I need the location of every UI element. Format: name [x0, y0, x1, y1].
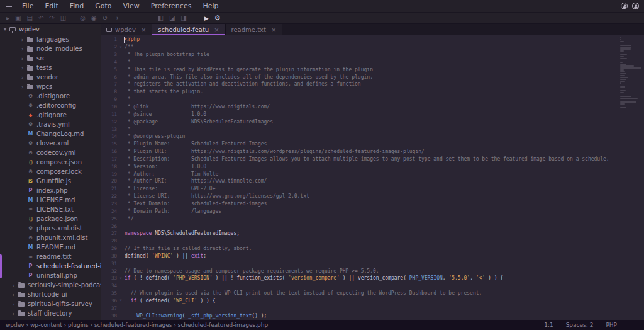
code-line[interactable]: 11 * @since 1.0.0 — [101, 110, 644, 118]
tree-item-shortcode-ui[interactable]: ›shortcode-ui — [0, 290, 101, 299]
code-line[interactable]: 15 * Plugin Name: Scheduled Featured Ima… — [101, 140, 644, 148]
close-icon[interactable]: × — [141, 26, 146, 33]
tree-item-tests[interactable]: ›tests — [0, 63, 101, 72]
code-line[interactable]: 18 * Version: 1.0.0 — [101, 162, 644, 170]
code-line[interactable]: 5 * This file is read by WordPress to ge… — [101, 65, 644, 73]
save-all-icon[interactable]: ▤ — [26, 13, 32, 24]
tree-item-uninstall-php[interactable]: Puninstall.php — [0, 271, 101, 280]
menu-view[interactable]: View — [118, 0, 145, 13]
code-line[interactable]: 7 * registers the activation and deactiv… — [101, 81, 644, 88]
code-line[interactable]: 6 * admin area. This file also includes … — [101, 73, 644, 81]
code-line[interactable]: 19 * Author: Tim Nolte — [101, 170, 644, 178]
tree-item-src[interactable]: ›src — [0, 54, 101, 63]
tree-item-languages[interactable]: ›languages — [0, 35, 101, 44]
code-line[interactable]: 36▾ if ( defined( 'WP_CLI' ) ) { — [101, 297, 644, 305]
code-line[interactable]: 10 * @link https://www.ndigitals.com/ — [101, 103, 644, 111]
code-line[interactable]: 29// If this file is called directly, ab… — [101, 245, 644, 253]
tree-item-license-txt[interactable]: ≡LICENSE.txt — [0, 205, 101, 214]
tree-item-editorconfig[interactable]: ⚙.editorconfig — [0, 101, 101, 110]
undo-icon[interactable]: ↶ — [38, 13, 43, 24]
tree-item-gruntfile-js[interactable]: JSGruntfile.js — [0, 176, 101, 186]
tab-readme-txt[interactable]: readme.txt× — [226, 24, 283, 35]
code-line[interactable]: 16 * Plugin URI: https://www.ndigitals.c… — [101, 148, 644, 156]
tree-item-composer-lock[interactable]: ⚙composer.lock — [0, 167, 101, 176]
toggle-left-pane-icon[interactable]: ◧ — [157, 13, 163, 24]
tree-item-index-php[interactable]: Pindex.php — [0, 186, 101, 195]
cursor-position[interactable]: 1:1 — [544, 322, 553, 328]
code-line[interactable]: 32// Due to namespace usage and composer… — [101, 267, 644, 275]
find-icon[interactable]: ◎ — [80, 13, 86, 24]
redo-icon[interactable]: ↷ — [49, 13, 54, 24]
code-line[interactable]: 8 * that starts the plugin. — [101, 88, 644, 96]
tree-item-readme-md[interactable]: MREADME.md — [0, 242, 101, 252]
tab-scheduled-featu[interactable]: scheduled-featu× — [152, 24, 225, 35]
close-icon[interactable]: × — [271, 26, 276, 33]
tree-item-gitignore[interactable]: ◆.gitignore — [0, 110, 101, 120]
code-line[interactable]: 30defined( 'WPINC' ) || exit; — [101, 252, 644, 259]
code-line[interactable]: 13 * — [101, 125, 644, 133]
tree-item-seriously-simple-podcast[interactable]: ›seriously-simple-podcast — [0, 280, 101, 290]
app-menu-icon[interactable] — [6, 4, 12, 8]
project-root[interactable]: ▾ wpdev — [0, 24, 101, 35]
minimap[interactable] — [620, 37, 643, 109]
menu-edit[interactable]: Edit — [39, 0, 64, 13]
menu-find[interactable]: Find — [64, 0, 90, 13]
code-area[interactable]: 1<?php2▾/**3 * The plugin bootstrap file… — [101, 35, 644, 320]
preview-icon[interactable]: ◫ — [60, 13, 66, 24]
toggle-right-pane-icon[interactable]: ◨ — [180, 13, 186, 24]
close-icon[interactable]: × — [214, 26, 219, 33]
indentation-mode[interactable]: Spaces: 2 — [566, 322, 594, 328]
find-in-files-icon[interactable]: ◉ — [91, 13, 97, 24]
account-icon[interactable] — [621, 3, 628, 9]
run-icon[interactable]: ▶ — [204, 13, 209, 24]
code-line[interactable]: 25 */ — [101, 215, 644, 222]
tree-item-spiritual-gifts-survey[interactable]: ›spiritual-gifts-survey — [0, 299, 101, 309]
tree-item-phpcs-xml-dist[interactable]: ⚙phpcs.xml.dist — [0, 224, 101, 233]
tree-item-composer-json[interactable]: {}composer.json — [0, 157, 101, 167]
code-editor[interactable]: 1<?php2▾/**3 * The plugin bootstrap file… — [101, 35, 644, 320]
code-line[interactable]: 34 — [101, 282, 644, 290]
tree-item-license-md[interactable]: MLICENSE.md — [0, 195, 101, 205]
code-line[interactable]: 12 * @package NDS\ScheduledFeaturedImage… — [101, 118, 644, 125]
code-line[interactable]: 2▾/** — [101, 43, 644, 51]
code-line[interactable]: 26 — [101, 222, 644, 230]
tree-item-scheduled-featured-images-php[interactable]: Pscheduled-featured-images.php — [0, 261, 101, 271]
code-line[interactable]: 33▾if ( ! defined( 'PHP_VERSION' ) || ! … — [101, 275, 644, 282]
tree-item-changelog-md[interactable]: MChangeLog.md — [0, 129, 101, 139]
tree-item-readme-txt[interactable]: ≡readme.txt — [0, 252, 101, 261]
code-line[interactable]: 35 // When plugin is used via the WP-CLI… — [101, 290, 644, 297]
language-mode[interactable]: PHP — [606, 322, 617, 328]
code-line[interactable]: 31 — [101, 259, 644, 267]
menu-preferences[interactable]: Preferences — [145, 0, 197, 13]
code-line[interactable]: 27namespace NDS\ScheduledFeaturedImages; — [101, 230, 644, 237]
tree-item-travis-yml[interactable]: ⚙.travis.yml — [0, 120, 101, 129]
code-line[interactable]: 1<?php — [101, 36, 644, 43]
code-line[interactable]: 3 * The plugin bootstrap file — [101, 51, 644, 59]
code-line[interactable]: 38 WP_CLI::warning( _sfi_php_version_tex… — [101, 312, 644, 319]
go-to-icon[interactable]: → — [113, 13, 118, 24]
open-folder-icon[interactable]: ▸ — [6, 13, 9, 24]
menu-help[interactable]: Help — [197, 0, 224, 13]
tab-wpdev[interactable]: wpdev× — [101, 24, 152, 35]
menu-goto[interactable]: Goto — [89, 0, 117, 13]
tree-item-phpunit-xml-dist[interactable]: ⚙phpunit.xml.dist — [0, 233, 101, 242]
tree-item-codecov-yml[interactable]: ⚙codecov.yml — [0, 148, 101, 157]
save-icon[interactable]: ▣ — [15, 13, 21, 24]
code-line[interactable]: 21 * License: GPL-2.0+ — [101, 185, 644, 193]
tree-item-clover-xml[interactable]: ⚙clover.xml — [0, 139, 101, 148]
replace-icon[interactable]: ↺ — [103, 13, 108, 24]
tree-item-vendor[interactable]: ›vendor — [0, 72, 101, 82]
tree-item-node-modules[interactable]: ›node_modules — [0, 44, 101, 54]
code-line[interactable]: 9 * — [101, 96, 644, 103]
toggle-bottom-pane-icon[interactable]: ◪ — [169, 13, 175, 24]
profile-icon[interactable] — [632, 3, 639, 9]
code-line[interactable]: 37 — [101, 304, 644, 312]
tree-item-staff-directory[interactable]: ›staff-directory — [0, 309, 101, 318]
code-line[interactable]: 17 * Description: Scheduled Featured Ima… — [101, 156, 644, 163]
code-line[interactable]: 20 * Author URI: https://www.timnolte.co… — [101, 178, 644, 185]
code-line[interactable]: 23 * Text Domain: scheduled-featured-ima… — [101, 200, 644, 208]
tree-item-wpcs[interactable]: ›wpcs — [0, 82, 101, 91]
code-line[interactable]: 22 * License URI: http://www.gnu.org/lic… — [101, 193, 644, 200]
tree-item-distignore[interactable]: ⚙.distignore — [0, 91, 101, 101]
tree-item-package-json[interactable]: {}package.json — [0, 214, 101, 224]
